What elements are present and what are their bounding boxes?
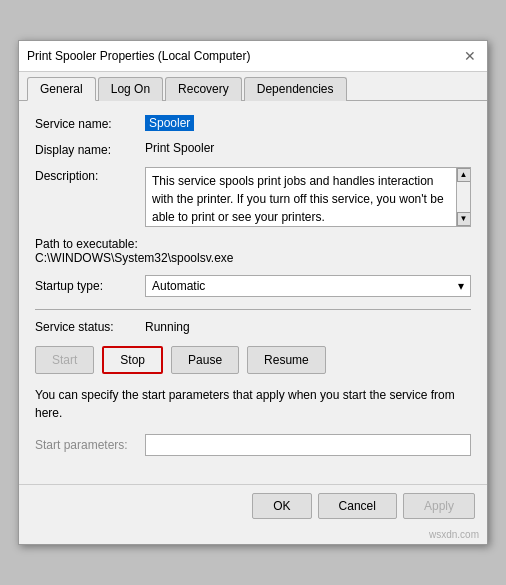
ok-button[interactable]: OK [252,493,311,519]
description-row: Description: This service spools print j… [35,167,471,227]
status-value: Running [145,320,190,334]
divider [35,309,471,310]
tab-content: Service name: Spooler Display name: Prin… [19,101,487,484]
startup-label: Startup type: [35,279,145,293]
params-input[interactable] [145,434,471,456]
cancel-button[interactable]: Cancel [318,493,397,519]
params-label: Start parameters: [35,438,145,452]
path-value: C:\WINDOWS\System32\spoolsv.exe [35,251,471,265]
title-bar: Print Spooler Properties (Local Computer… [19,41,487,72]
display-name-row: Display name: Print Spooler [35,141,471,157]
description-text: This service spools print jobs and handl… [152,172,464,226]
path-label: Path to executable: [35,237,471,251]
action-buttons: Start Stop Pause Resume [35,346,471,374]
scrollbar: ▲ ▼ [456,168,470,226]
startup-select[interactable]: Automatic ▾ [145,275,471,297]
main-window: Print Spooler Properties (Local Computer… [18,40,488,545]
dropdown-chevron-icon: ▾ [458,279,464,293]
service-name-text: Spooler [145,115,194,131]
tab-general[interactable]: General [27,77,96,101]
status-row: Service status: Running [35,320,471,334]
window-title: Print Spooler Properties (Local Computer… [27,49,250,63]
display-name-value: Print Spooler [145,141,471,155]
apply-button[interactable]: Apply [403,493,475,519]
description-box: This service spools print jobs and handl… [145,167,471,227]
startup-value: Automatic [152,279,205,293]
description-label: Description: [35,167,145,183]
scroll-down-button[interactable]: ▼ [457,212,471,226]
service-name-label: Service name: [35,115,145,131]
tab-dependencies[interactable]: Dependencies [244,77,347,101]
params-row: Start parameters: [35,434,471,456]
startup-row: Startup type: Automatic ▾ [35,275,471,297]
watermark: wsxdn.com [19,527,487,544]
close-button[interactable]: ✕ [461,47,479,65]
tab-recovery[interactable]: Recovery [165,77,242,101]
service-name-value: Spooler [145,115,471,131]
display-name-label: Display name: [35,141,145,157]
service-name-row: Service name: Spooler [35,115,471,131]
resume-button[interactable]: Resume [247,346,326,374]
info-text: You can specify the start parameters tha… [35,386,471,422]
path-section: Path to executable: C:\WINDOWS\System32\… [35,237,471,265]
status-label: Service status: [35,320,145,334]
tab-logon[interactable]: Log On [98,77,163,101]
bottom-buttons: OK Cancel Apply [19,484,487,527]
stop-button[interactable]: Stop [102,346,163,374]
pause-button[interactable]: Pause [171,346,239,374]
scroll-up-button[interactable]: ▲ [457,168,471,182]
start-button[interactable]: Start [35,346,94,374]
tab-bar: General Log On Recovery Dependencies [19,72,487,101]
